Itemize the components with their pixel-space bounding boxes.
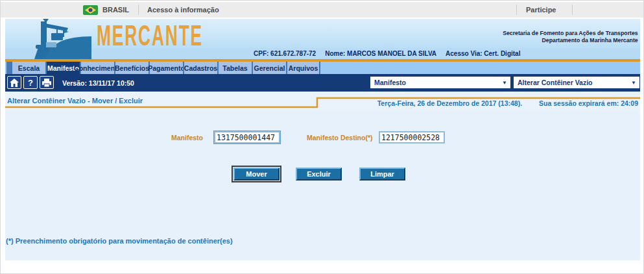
limpar-button[interactable]: Limpar: [359, 168, 405, 181]
main-nav-tabs: Escala Manifesto Conhecimento Benefícios…: [5, 62, 640, 74]
user-access-via: Acesso Via: Cert. Digital: [446, 50, 520, 57]
print-icon: [42, 79, 51, 87]
toolbar: ? Versão: 13/11/17 10:50 Manifesto ▼ Alt…: [5, 74, 640, 92]
gov-top-bar: BRASIL Acesso à informação Participe: [1, 2, 644, 18]
tab-gerencial[interactable]: Gerencial: [252, 62, 286, 74]
divider: [138, 5, 139, 15]
app-header: MERCANTE CPF: 621.672.787-72 Nome: MARCO…: [5, 19, 640, 59]
current-datetime: Terça-Feira, 26 de Dezembro de 2017 (13:…: [377, 99, 522, 107]
manifesto-destino-input[interactable]: [379, 131, 445, 143]
mover-button[interactable]: Mover: [233, 168, 280, 181]
logo-wordmark: MERCANTE: [97, 19, 203, 52]
help-button[interactable]: ?: [23, 76, 38, 89]
action-select[interactable]: Alterar Contêiner Vazio ▼: [514, 77, 639, 88]
tab-cadastros[interactable]: Cadastros: [183, 62, 217, 74]
version-label: Versão: 13/11/17 10:50: [62, 79, 134, 87]
access-info-link[interactable]: Acesso à informação: [147, 2, 219, 18]
divider: [516, 5, 517, 15]
user-cpf: CPF: 621.672.787-72: [254, 50, 316, 57]
brasil-label: BRASIL: [102, 6, 129, 14]
tab-beneficios[interactable]: Benefícios: [114, 62, 149, 74]
help-icon: ?: [28, 78, 33, 88]
user-name: Nome: MARCOS MANOEL DA SILVA: [325, 50, 436, 57]
required-field-note: (*) Preenchimento obrigatório para movim…: [6, 237, 233, 245]
page-title: Alterar Contêiner Vazio - Mover / Exclui…: [7, 97, 143, 105]
participe-link[interactable]: Participe: [526, 2, 556, 18]
app-container: MERCANTE CPF: 621.672.787-72 Nome: MARCO…: [5, 19, 640, 260]
manifesto-input[interactable]: [214, 131, 280, 143]
module-select[interactable]: Manifesto ▼: [370, 77, 510, 88]
manifesto-destino-label: Manifesto Destino(*): [307, 134, 373, 142]
home-button[interactable]: [7, 76, 21, 89]
print-button[interactable]: [40, 76, 54, 89]
status-row: Alterar Contêiner Vazio - Mover / Exclui…: [5, 92, 640, 110]
mercante-app-window: BRASIL Acesso à informação Participe: [0, 0, 644, 274]
chevron-down-icon: ▼: [631, 80, 636, 86]
brasil-gov-link[interactable]: BRASIL: [83, 2, 129, 18]
tab-pagamento[interactable]: Pagamento: [149, 62, 183, 74]
tab-tabelas[interactable]: Tabelas: [217, 62, 252, 74]
home-icon: [10, 79, 19, 87]
divider: [572, 5, 573, 15]
chevron-down-icon: ▼: [502, 80, 507, 86]
brazil-flag-icon: [83, 5, 98, 15]
ship-crane-logo: [6, 19, 91, 59]
excluir-button[interactable]: Excluir: [296, 168, 342, 181]
user-session-info: CPF: 621.672.787-72 Nome: MARCOS MANOEL …: [254, 50, 520, 57]
tab-arquivos[interactable]: Arquivos: [286, 62, 320, 74]
form-content: Manifesto Manifesto Destino(*) Mover Exc…: [5, 110, 640, 260]
datetime-session: Terça-Feira, 26 de Dezembro de 2017 (13:…: [377, 99, 638, 107]
tab-conhecimento[interactable]: Conhecimento: [80, 62, 114, 74]
manifesto-label: Manifesto: [171, 134, 203, 142]
session-expiry: Sua sessão expirará em: 24:09: [539, 99, 638, 107]
org-name: Secretaria de Fomento para Ações de Tran…: [503, 30, 638, 44]
tab-escala[interactable]: Escala: [11, 62, 45, 74]
